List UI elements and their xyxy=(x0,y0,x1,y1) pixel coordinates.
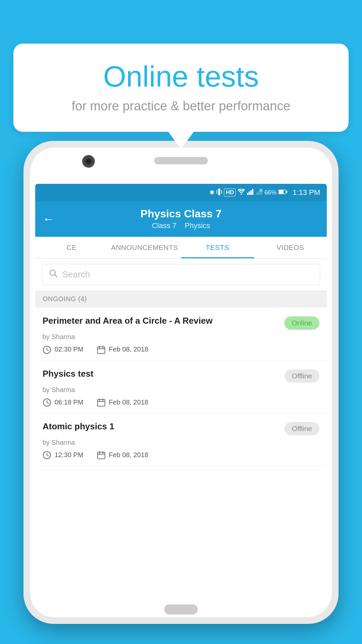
header-subtitle: Class 7 Physics xyxy=(43,221,319,230)
calendar-icon xyxy=(97,398,106,407)
test-item[interactable]: Physics test Offline by Sharma 06:18 PM xyxy=(35,361,327,413)
test-author: by Sharma xyxy=(43,386,319,394)
hd-label: HD xyxy=(224,189,236,197)
test-author: by Sharma xyxy=(43,333,319,341)
test-meta: 06:18 PM Feb 08, 2018 xyxy=(43,398,319,407)
test-item-header: Atomic physics 1 Offline xyxy=(43,421,319,435)
test-date: Feb 08, 2018 xyxy=(97,398,148,407)
header-subject: Physics xyxy=(185,221,210,230)
svg-line-27 xyxy=(47,402,49,404)
speech-bubble: Online tests for more practice & better … xyxy=(13,44,349,132)
tab-ce[interactable]: CE xyxy=(35,237,108,258)
signal-icon xyxy=(247,189,254,197)
test-author: by Sharma xyxy=(43,439,319,446)
test-meta: 12:30 PM Feb 08, 2018 xyxy=(43,450,319,460)
bluetooth-icon: ✱ xyxy=(209,189,215,196)
x-signal-icon xyxy=(256,189,262,197)
search-placeholder: Search xyxy=(62,269,90,280)
test-time: 02:30 PM xyxy=(43,345,83,354)
status-time: 1:13 PM xyxy=(293,188,320,197)
header-title: Physics Class 7 xyxy=(43,207,319,220)
svg-line-20 xyxy=(47,350,49,351)
test-date: Feb 08, 2018 xyxy=(97,450,148,460)
svg-rect-21 xyxy=(98,347,105,354)
test-time: 06:18 PM xyxy=(43,398,83,407)
test-item[interactable]: Atomic physics 1 Offline by Sharma 12:30… xyxy=(35,413,327,466)
calendar-icon xyxy=(97,345,106,354)
svg-line-17 xyxy=(55,275,57,277)
svg-rect-14 xyxy=(279,190,284,194)
svg-line-34 xyxy=(47,455,49,456)
bubble-title: Online tests xyxy=(34,60,328,93)
phone-outer: ✱ HD xyxy=(23,141,339,624)
status-bar: ✱ HD xyxy=(35,184,327,201)
svg-rect-8 xyxy=(257,192,259,195)
test-time: 12:30 PM xyxy=(43,450,83,460)
calendar-icon xyxy=(97,450,106,460)
svg-rect-6 xyxy=(252,189,253,195)
wifi-icon xyxy=(238,189,245,197)
section-header-ongoing: ONGOING (4) xyxy=(35,290,327,308)
battery-icon xyxy=(279,189,287,196)
phone-inner: ✱ HD xyxy=(30,148,332,617)
test-item-header: Perimeter and Area of a Circle - A Revie… xyxy=(43,315,319,330)
phone-home-button[interactable] xyxy=(164,604,198,614)
clock-icon xyxy=(43,398,51,407)
speech-bubble-container: Online tests for more practice & better … xyxy=(13,44,349,132)
svg-rect-35 xyxy=(98,452,105,459)
header-class: Class 7 xyxy=(152,221,176,230)
test-item-header: Physics test Offline xyxy=(43,368,319,383)
vibrate-icon xyxy=(217,189,222,197)
tabs-bar: CE ANNOUNCEMENTS TESTS VIDEOS xyxy=(35,237,327,259)
status-badge-online: Online xyxy=(284,316,319,330)
svg-rect-5 xyxy=(250,190,252,195)
phone-container: ✱ HD xyxy=(23,141,339,644)
phone-camera xyxy=(82,155,95,168)
test-item[interactable]: Perimeter and Area of a Circle - A Revie… xyxy=(35,308,327,360)
svg-rect-15 xyxy=(286,191,287,193)
status-icons: ✱ HD xyxy=(209,189,287,197)
test-title: Perimeter and Area of a Circle - A Revie… xyxy=(43,315,284,327)
tab-videos[interactable]: VIDEOS xyxy=(254,237,327,258)
search-box[interactable]: Search xyxy=(42,264,320,285)
test-meta: 02:30 PM Feb 08, 2018 xyxy=(43,345,319,354)
search-container: Search xyxy=(35,259,327,290)
bubble-subtitle: for more practice & better performance xyxy=(34,99,328,113)
clock-icon xyxy=(43,345,51,354)
test-title: Atomic physics 1 xyxy=(43,421,285,432)
svg-rect-2 xyxy=(221,190,222,194)
svg-rect-1 xyxy=(217,190,217,194)
clock-icon xyxy=(43,450,51,460)
status-badge-offline: Offline xyxy=(285,422,319,435)
battery-text: 66% xyxy=(264,189,277,196)
search-icon xyxy=(49,269,58,280)
screen: ✱ HD xyxy=(35,184,327,591)
svg-rect-28 xyxy=(98,399,105,406)
svg-rect-4 xyxy=(249,192,250,195)
back-button[interactable]: ← xyxy=(43,212,55,226)
svg-rect-7 xyxy=(256,193,257,195)
tab-tests[interactable]: TESTS xyxy=(181,237,254,258)
app-header: ← Physics Class 7 Class 7 Physics xyxy=(35,201,327,237)
test-date: Feb 08, 2018 xyxy=(97,345,148,354)
test-title: Physics test xyxy=(43,368,285,380)
tab-announcements[interactable]: ANNOUNCEMENTS xyxy=(108,237,181,258)
status-badge-offline: Offline xyxy=(285,369,319,383)
svg-rect-3 xyxy=(247,193,248,195)
svg-rect-0 xyxy=(218,189,220,195)
phone-speaker xyxy=(154,157,208,164)
